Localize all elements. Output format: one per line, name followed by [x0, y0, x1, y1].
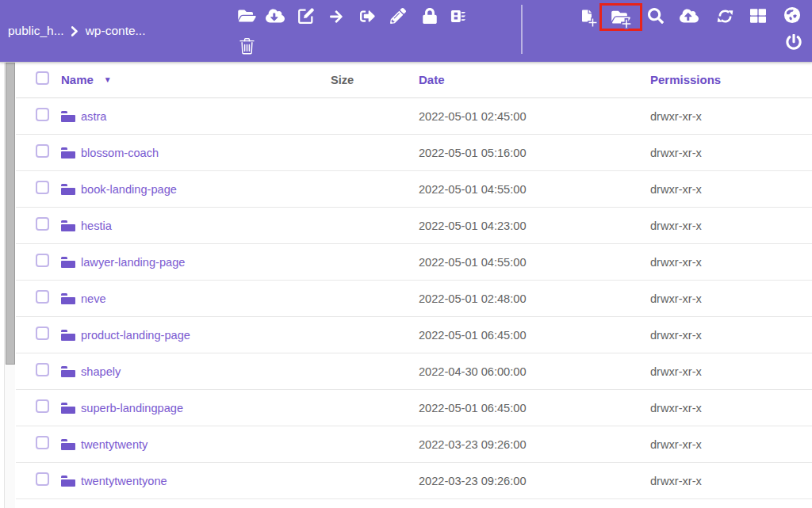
select-all-checkbox[interactable] [36, 71, 49, 85]
row-checkbox[interactable] [36, 327, 49, 340]
folder-icon [61, 257, 75, 268]
permissions-lock-icon[interactable] [419, 5, 440, 27]
column-header-name[interactable]: Name ▼ [61, 73, 315, 86]
row-checkbox[interactable] [36, 108, 49, 121]
delete-trash-icon[interactable] [236, 35, 257, 57]
open-folder-icon[interactable] [236, 5, 257, 27]
column-header-date[interactable]: Date [403, 73, 634, 86]
row-checkbox[interactable] [36, 472, 49, 486]
column-header-permissions: Permissions [634, 73, 812, 86]
table-body: astra 2022-05-01 02:45:00 drwxr-xr-x blo… [16, 98, 812, 499]
breadcrumb: public_h... wp-conte... [8, 0, 145, 62]
table-row[interactable]: blossom-coach 2022-05-01 05:16:00 drwxr-… [16, 135, 812, 171]
file-name-link[interactable]: twentytwenty [81, 438, 147, 451]
file-name-link[interactable]: twentytwentyone [81, 475, 167, 487]
logout-power-icon[interactable] [783, 31, 804, 53]
file-permissions: drwxr-xr-x [634, 438, 812, 451]
breadcrumb-item-root[interactable]: public_h... [8, 24, 64, 38]
folder-icon [61, 366, 75, 377]
column-header-size[interactable]: Size [315, 74, 403, 86]
file-date: 2022-05-01 05:16:00 [403, 147, 634, 159]
archive-icon[interactable] [447, 5, 468, 27]
chevron-right-icon [71, 26, 79, 36]
scrollbar-thumb[interactable] [6, 63, 15, 365]
move-arrow-icon[interactable] [326, 6, 347, 28]
file-permissions: drwxr-xr-x [634, 220, 812, 232]
file-permissions: drwxr-xr-x [634, 329, 812, 342]
row-checkbox[interactable] [36, 144, 49, 158]
table-row[interactable]: book-landing-page 2022-05-01 04:55:00 dr… [16, 171, 812, 208]
file-date: 2022-05-01 06:45:00 [403, 329, 634, 342]
new-folder-icon[interactable] [611, 6, 631, 29]
new-file-icon[interactable] [576, 5, 597, 27]
row-checkbox[interactable] [36, 254, 49, 267]
refresh-icon[interactable] [714, 5, 735, 27]
table-row[interactable]: neve 2022-05-01 02:48:00 drwxr-xr-x [16, 281, 812, 317]
file-permissions: drwxr-xr-x [634, 256, 812, 269]
download-icon[interactable] [265, 5, 285, 27]
file-permissions: drwxr-xr-x [634, 183, 812, 196]
grid-view-icon[interactable] [748, 5, 768, 27]
file-date: 2022-03-23 09:26:00 [403, 438, 634, 451]
table-row[interactable]: shapely 2022-04-30 06:00:00 drwxr-xr-x [16, 353, 812, 390]
plus-badge [588, 17, 598, 28]
file-permissions: drwxr-xr-x [634, 147, 812, 159]
folder-icon [61, 293, 75, 304]
app-header: public_h... wp-conte... [0, 0, 812, 62]
highlight-box [599, 3, 642, 31]
file-date: 2022-04-30 06:00:00 [403, 365, 634, 378]
row-checkbox[interactable] [36, 436, 49, 449]
file-date: 2022-03-23 09:26:00 [403, 475, 634, 487]
file-date: 2022-05-01 04:55:00 [403, 183, 634, 196]
file-permissions: drwxr-xr-x [634, 402, 812, 414]
file-name-link[interactable]: hestia [81, 220, 112, 232]
file-name-link[interactable]: astra [81, 110, 106, 123]
file-date: 2022-05-01 04:55:00 [403, 256, 634, 269]
folder-icon [61, 147, 75, 159]
file-name-link[interactable]: neve [81, 292, 106, 305]
file-permissions: drwxr-xr-x [634, 365, 812, 378]
table-row[interactable]: twentytwenty 2022-03-23 09:26:00 drwxr-x… [16, 426, 812, 463]
file-date: 2022-05-01 02:45:00 [403, 110, 634, 123]
table-row[interactable]: astra 2022-05-01 02:45:00 drwxr-xr-x [16, 98, 812, 135]
folder-icon [61, 220, 75, 231]
table-row[interactable]: lawyer-landing-page 2022-05-01 04:55:00 … [16, 244, 812, 281]
plus-badge [621, 18, 632, 29]
rename-pencil-icon[interactable] [388, 5, 408, 27]
row-checkbox[interactable] [36, 399, 49, 413]
file-date: 2022-05-01 06:45:00 [403, 402, 634, 414]
table-row[interactable]: twentytwentyone 2022-03-23 09:26:00 drwx… [16, 463, 812, 499]
row-checkbox[interactable] [36, 363, 49, 376]
toolbar-divider [521, 5, 523, 54]
file-name-link[interactable]: product-landing-page [81, 329, 190, 342]
file-name-link[interactable]: blossom-coach [81, 147, 159, 159]
row-checkbox[interactable] [36, 290, 49, 304]
row-checkbox[interactable] [36, 217, 49, 231]
row-checkbox[interactable] [36, 181, 49, 194]
file-permissions: drwxr-xr-x [634, 292, 812, 305]
file-name-link[interactable]: shapely [81, 365, 121, 378]
sort-descending-icon: ▼ [104, 75, 112, 84]
file-date: 2022-05-01 04:23:00 [403, 220, 634, 232]
file-permissions: drwxr-xr-x [634, 475, 812, 487]
file-name-link[interactable]: lawyer-landing-page [81, 256, 185, 269]
file-list-panel: Name ▼ Size Date Permissions astra 2022-… [0, 62, 812, 508]
file-name-link[interactable]: superb-landingpage [81, 402, 183, 414]
language-globe-icon[interactable] [782, 4, 802, 26]
folder-icon [61, 476, 75, 487]
file-name-link[interactable]: book-landing-page [81, 183, 177, 196]
file-permissions: drwxr-xr-x [634, 110, 812, 123]
breadcrumb-item-current[interactable]: wp-conte... [86, 24, 146, 38]
folder-icon [61, 403, 75, 414]
file-table: Name ▼ Size Date Permissions astra 2022-… [16, 62, 812, 499]
scrollbar[interactable] [4, 62, 15, 508]
table-row[interactable]: hestia 2022-05-01 04:23:00 drwxr-xr-x [16, 208, 812, 244]
folder-icon [61, 330, 75, 341]
edit-icon[interactable] [296, 5, 316, 27]
search-icon[interactable] [645, 5, 666, 27]
table-header-row: Name ▼ Size Date Permissions [16, 62, 812, 98]
upload-icon[interactable] [679, 5, 699, 27]
table-row[interactable]: superb-landingpage 2022-05-01 06:45:00 d… [16, 390, 812, 426]
table-row[interactable]: product-landing-page 2022-05-01 06:45:00… [16, 317, 812, 353]
extract-icon[interactable] [357, 5, 377, 27]
